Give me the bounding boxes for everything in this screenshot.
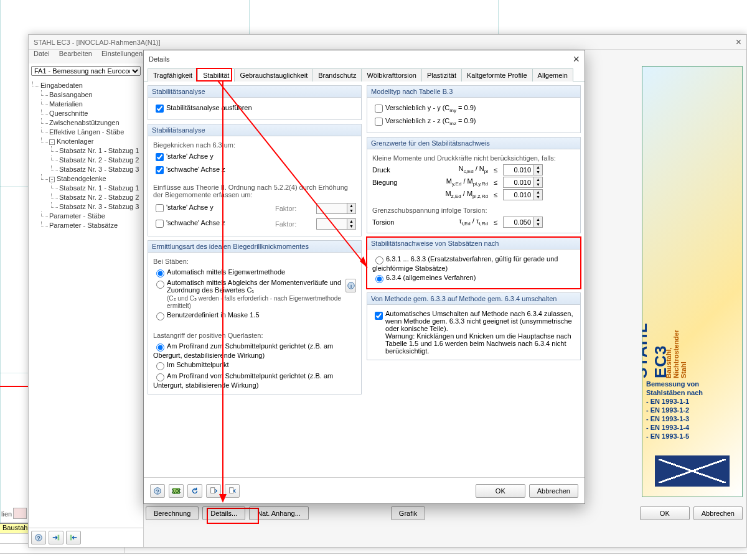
limit-symbol: Mz,Ed / Mpl,z,Rd [420, 190, 488, 199]
norm-item: - EN 1993-1-3 [646, 414, 738, 423]
svg-rect-2 [58, 535, 60, 541]
limit-spinner[interactable]: ▲▼ [503, 177, 543, 188]
faktor-spinner[interactable]: ▲▼ [316, 203, 356, 214]
tree-item[interactable]: Basisangaben [30, 90, 142, 100]
ok-button[interactable]: OK [640, 506, 690, 520]
dialog-ok-button[interactable]: OK [476, 484, 525, 498]
radio-user-defined[interactable]: Benutzerdefiniert in Maske 1.5 [153, 310, 356, 320]
tree-item[interactable]: Parameter - Stabsätze [30, 221, 142, 230]
sublabel: Lastangriff der positiven Querlasten: [153, 332, 356, 339]
dialog-tab[interactable]: Allgemein [532, 68, 573, 82]
menu-item[interactable]: Einstellungen [101, 50, 143, 57]
group-mcr: Ermittlungsart des idealen Biegedrillkni… [148, 240, 362, 394]
dialog-tab[interactable]: Tragfähigkeit [148, 68, 198, 82]
tree-item[interactable]: Parameter - Stäbe [30, 212, 142, 221]
dialog-title: Details [149, 55, 170, 63]
group-model-type: Modelltyp nach Tabelle B.3 Verschieblich… [367, 85, 581, 133]
limit-spinner[interactable]: ▲▼ [503, 217, 543, 228]
limit-spinner[interactable]: ▲▼ [503, 189, 543, 200]
units-icon[interactable]: 0,00 [169, 484, 184, 498]
reset-icon[interactable] [187, 484, 202, 498]
chk-sway-z[interactable]: Verschieblich z - z (Cmz = 0.9) [372, 116, 575, 128]
load-icon[interactable] [206, 484, 221, 498]
tree-item[interactable]: Stabsatz Nr. 2 - Stabzug 2 [30, 156, 142, 165]
faktor-spinner[interactable]: ▲▼ [316, 218, 356, 230]
grafik-button[interactable]: Grafik [391, 506, 425, 520]
group-head: Grenzwerte für den Stabilitätsnachweis [367, 138, 580, 149]
radio-load-shear[interactable]: Im Schubmittelpunkt [153, 360, 356, 370]
radio-634[interactable]: 6.3.4 (allgemeines Verfahren) [372, 273, 575, 283]
dialog-cancel-button[interactable]: Abbrechen [529, 484, 578, 498]
calc-button[interactable]: Berechnung [146, 506, 199, 520]
norm-item: - EN 1993-1-2 [646, 406, 738, 414]
chk-weak-axis[interactable]: 'schwache' Achse z [153, 164, 356, 176]
dialog-tab[interactable]: Plastizität [421, 68, 462, 82]
nat-anhang-button[interactable]: Nat. Anhang... [249, 506, 309, 520]
chk-run-analysis[interactable]: Stabilitätsanalyse ausführen [153, 103, 356, 114]
sublabel: Einflüsse aus Theorie II. Ordnung nach 5… [153, 184, 356, 198]
limit-spinner[interactable]: ▲▼ [503, 164, 543, 175]
tree-item[interactable]: Eingabedaten [30, 81, 142, 90]
group-switch-method: Von Methode gem. 6.3.3 auf Methode gem. … [367, 292, 581, 360]
svg-text:0,00: 0,00 [172, 487, 181, 493]
tree-item[interactable]: Stabsatz Nr. 1 - Stabzug 1 [30, 146, 142, 156]
tree-item[interactable]: Stabsatz Nr. 1 - Stabzug 1 [30, 184, 142, 193]
chk-auto-switch[interactable]: Automatisches Umschalten auf Methode nac… [372, 310, 575, 355]
limit-label: Druck [372, 166, 416, 174]
export-icon[interactable] [66, 531, 81, 544]
le-icon: ≤ [492, 179, 499, 186]
dialog-tab[interactable]: Brandschutz [312, 68, 362, 82]
sublabel: Biegeknicken nach 6.3 um: [153, 141, 356, 149]
chk-strong-axis-2[interactable]: 'starke' Achse y [153, 202, 271, 214]
bottom-tab[interactable] [13, 508, 27, 519]
tree-item[interactable]: Querschnitte [30, 109, 142, 118]
help-icon[interactable]: ? [150, 484, 165, 498]
group-buckling: Stabilitätsanalyse Biegeknicken nach 6.3… [148, 124, 362, 236]
main-titlebar: STAHL EC3 - [INOCLAD-Rahmen3A(N1)] × [29, 35, 746, 50]
tree-item[interactable]: Stabsatz Nr. 3 - Stabzug 3 [30, 202, 142, 212]
dialog-tab[interactable]: Wölbkrafttorsion [361, 68, 421, 82]
menu-item[interactable]: Bearbeiten [59, 50, 92, 57]
main-close-icon[interactable]: × [736, 35, 741, 49]
tree-item[interactable]: Stabsatz Nr. 3 - Stabzug 3 [30, 165, 142, 174]
sublabel: Kleine Momente und Druckkräfte nicht ber… [372, 154, 575, 162]
cancel-button[interactable]: Abbrechen [693, 506, 743, 520]
details-button[interactable]: Details... [202, 506, 245, 520]
help-icon[interactable]: ? [31, 531, 46, 544]
tree-item[interactable]: Stabsatz Nr. 2 - Stabzug 2 [30, 193, 142, 202]
le-icon: ≤ [492, 218, 499, 226]
tree-item[interactable]: -Knotenlager [30, 137, 142, 146]
info-panel: STAHL EC3 Baustahl, Nichtrostender Stahl… [642, 66, 743, 497]
menu-item[interactable]: Datei [34, 50, 50, 57]
dialog-tab[interactable]: Kaltgeformte Profile [461, 68, 533, 82]
group-head: Stabilitätsanalyse [148, 124, 361, 136]
group-head: Stabilitätsanalyse [148, 86, 361, 98]
chk-weak-axis-2[interactable]: 'schwache' Achse z [153, 218, 271, 230]
case-dropdown[interactable]: FA1 - Bemessung nach Eurocod [31, 66, 141, 76]
radio-633[interactable]: 6.3.1 ... 6.3.3 (Ersatzstabverfahren, gü… [372, 254, 575, 272]
nav-tree[interactable]: EingabedatenBasisangabenMaterialienQuers… [29, 78, 143, 528]
save-icon[interactable] [225, 484, 240, 498]
radio-load-bottom[interactable]: Am Profilrand vom Schubmittelpunkt geric… [153, 371, 356, 389]
svg-text:i: i [350, 282, 351, 289]
tree-item[interactable]: Effektive Längen - Stäbe [30, 128, 142, 137]
tree-item[interactable]: -Stabendgelenke [30, 174, 142, 184]
radio-eigenvalue[interactable]: Automatisch mittels Eigenwertmethode [153, 268, 356, 278]
chk-sway-y[interactable]: Verschieblich y - y (Cmy = 0.9) [372, 103, 575, 114]
info-icon[interactable]: i [345, 279, 356, 292]
dialog-close-icon[interactable]: × [573, 53, 580, 66]
dialog-tab[interactable]: Stabilität [197, 68, 235, 82]
tree-item[interactable]: Zwischenabstützungen [30, 118, 142, 128]
limit-symbol: τt,Ed / τt,Rd [420, 217, 488, 226]
chk-strong-axis[interactable]: 'starke' Achse y [153, 151, 356, 163]
dialog-tab[interactable]: Gebrauchstauglichkeit [234, 68, 313, 82]
module-subtitle: Baustahl, Nichtrostender Stahl [665, 324, 687, 378]
limit-symbol: My,Ed / Mpl,y,Rd [420, 177, 488, 187]
radio-load-top[interactable]: Am Profilrand zum Schubmittelpunkt geric… [153, 342, 356, 359]
svg-rect-3 [70, 535, 72, 541]
norm-item: - EN 1993-1-5 [646, 432, 738, 441]
import-icon[interactable] [49, 531, 63, 544]
faktor-label: Faktor: [275, 220, 312, 228]
radio-moment-match[interactable]: Automatisch mittels Abgleichs der Moment… [153, 279, 356, 309]
tree-item[interactable]: Materialien [30, 100, 142, 109]
